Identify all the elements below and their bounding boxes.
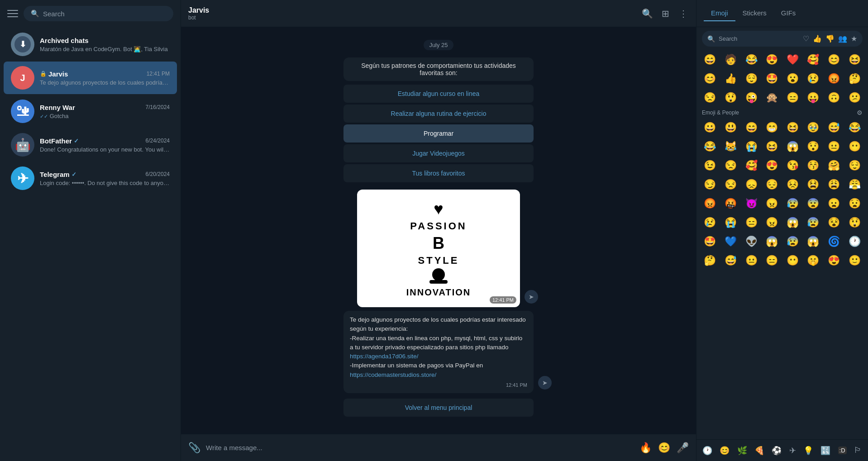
emoji-cell[interactable]: 😃	[721, 120, 741, 135]
tab-emoji[interactable]: Emoji	[704, 5, 735, 21]
emoji-cell[interactable]: 😫	[803, 177, 823, 192]
emoji-cell[interactable]: 😱	[783, 139, 803, 154]
emoji-cell[interactable]: 🥰	[803, 52, 823, 67]
attachment-icon[interactable]: 📎	[188, 442, 200, 454]
emoji-cell[interactable]: 😭	[721, 215, 741, 230]
chat-item-botfather[interactable]: 🤖 BotFather ✓ 6/24/2024 Done! Congratula…	[4, 128, 177, 161]
emoji-cell[interactable]: 😍	[762, 52, 782, 67]
option-btn-5[interactable]: Tus libros favoritos	[343, 164, 534, 182]
emoji-cell[interactable]: 😶	[783, 253, 803, 268]
star-filter-icon[interactable]: ★	[851, 34, 857, 43]
emoji-cell[interactable]: 😮	[783, 71, 803, 86]
symbols-bottom-icon[interactable]: 🔣	[820, 446, 830, 456]
emoji-cell[interactable]: 😒	[721, 158, 741, 173]
emoji-cell[interactable]: 😀	[700, 120, 720, 135]
message-input[interactable]	[206, 444, 634, 451]
emoji-icon[interactable]: 😊	[658, 442, 670, 454]
chat-item-jarvis[interactable]: J 🔒 Jarvis 12:41 PM Te dejo algunos proy…	[4, 62, 177, 94]
emoji-cell[interactable]: 😱	[783, 215, 803, 230]
emoji-cell[interactable]: 😜	[741, 90, 761, 105]
emoji-cell[interactable]: 😆	[844, 52, 864, 67]
emoji-cell[interactable]: 😐	[824, 139, 844, 154]
emoji-cell[interactable]: 😘	[783, 158, 803, 173]
option-btn-1[interactable]: Estudiar algun curso en linea	[343, 85, 534, 103]
emoji-cell[interactable]: 😛	[803, 90, 823, 105]
emoji-cell[interactable]: 😵	[824, 215, 844, 230]
travel-bottom-icon[interactable]: ✈	[789, 446, 796, 456]
emoji-cell[interactable]: 😰	[803, 215, 823, 230]
emoji-cell[interactable]: 🤗	[824, 158, 844, 173]
emoji-cell[interactable]: 😁	[762, 120, 782, 135]
emoji-cell[interactable]: 😑	[741, 215, 761, 230]
emoji-cell[interactable]: 😂	[741, 52, 761, 67]
section-expand-icon[interactable]: ⚙	[857, 109, 863, 116]
thumbsdown-filter-icon[interactable]: 👎	[825, 34, 835, 43]
forward-message-button[interactable]: ➤	[538, 376, 552, 390]
emoji-cell[interactable]: 😆	[783, 120, 803, 135]
emoji-cell[interactable]: 🙂	[844, 253, 864, 268]
emoji-cell[interactable]: 😰	[783, 196, 803, 211]
chat-item-telegram[interactable]: ✈ Telegram ✓ 6/20/2024 Login code: •••••…	[4, 162, 177, 195]
emoji-cell[interactable]: 👽	[741, 234, 761, 249]
food-bottom-icon[interactable]: 🍕	[754, 446, 764, 456]
emoji-search-input[interactable]	[719, 35, 799, 42]
nature-bottom-icon[interactable]: 🌿	[737, 446, 747, 456]
emoji-cell[interactable]: 😒	[700, 90, 720, 105]
people-filter-icon[interactable]: 👥	[838, 34, 847, 43]
emoji-cell[interactable]: 😍	[762, 158, 782, 173]
emoji-cell[interactable]: 😲	[721, 90, 741, 105]
emoji-cell[interactable]: 😤	[844, 177, 864, 192]
emoji-cell[interactable]: 😅	[824, 120, 844, 135]
emoji-cell[interactable]: 😊	[700, 71, 720, 86]
forward-image-button[interactable]: ➤	[525, 290, 538, 304]
emoji-cell[interactable]: 🧑	[721, 52, 741, 67]
emoji-cell[interactable]: 😱	[803, 234, 823, 249]
emoji-cell[interactable]: 😩	[824, 177, 844, 192]
emoji-cell[interactable]: 😄	[700, 52, 720, 67]
emoji-cell[interactable]: 😲	[844, 215, 864, 230]
emoji-cell[interactable]: 😧	[844, 196, 864, 211]
heart-filter-icon[interactable]: ♡	[803, 34, 809, 43]
smiley-bottom-icon[interactable]: 😊	[720, 446, 730, 456]
emoji-cell[interactable]: 🕐	[844, 234, 864, 249]
emoji-cell[interactable]: 😶	[844, 139, 864, 154]
emoji-cell[interactable]: 😞	[741, 177, 761, 192]
emoji-cell[interactable]: 😂	[844, 120, 864, 135]
emoji-cell[interactable]: 😢	[803, 71, 823, 86]
clock-bottom-icon[interactable]: 🕐	[702, 446, 712, 456]
option-btn-3[interactable]: Programar	[343, 124, 534, 143]
emoji-cell[interactable]: 😒	[721, 177, 741, 192]
emoji-cell[interactable]: 😆	[762, 139, 782, 154]
tab-stickers[interactable]: Stickers	[735, 5, 774, 21]
emoji-cell[interactable]: ❤️	[783, 52, 803, 67]
tab-gifs[interactable]: GIFs	[774, 5, 803, 21]
option-btn-2[interactable]: Realizar alguna rutina de ejercicio	[343, 105, 534, 123]
emoji-cell[interactable]: 🤩	[762, 71, 782, 86]
flag-bottom-icon[interactable]: 🏳	[854, 446, 862, 455]
emoji-cell[interactable]: 🤫	[803, 253, 823, 268]
emoji-cell[interactable]: 🥰	[741, 158, 761, 173]
emoji-cell[interactable]: 😌	[844, 158, 864, 173]
emoji-cell[interactable]: 😉	[700, 158, 720, 173]
emoji-cell[interactable]: 😦	[824, 196, 844, 211]
emoji-cell[interactable]: 😢	[700, 215, 720, 230]
chat-item-renny[interactable]: 🏜 Renny War 7/16/2024 ✓✓ Gotcha	[4, 95, 177, 128]
emoji-cell[interactable]: 😹	[721, 139, 741, 154]
search-bar[interactable]: 🔍	[24, 6, 173, 21]
emoji-cell[interactable]: 🙊	[762, 90, 782, 105]
more-options-icon[interactable]: ⋮	[678, 8, 689, 19]
fire-icon[interactable]: 🔥	[639, 442, 652, 454]
emoji-cell[interactable]: 😯	[803, 139, 823, 154]
emoji-cell[interactable]: 💙	[721, 234, 741, 249]
thumbsup-filter-icon[interactable]: 👍	[813, 34, 822, 43]
emoji-cell[interactable]: 😚	[803, 158, 823, 173]
option-btn-4[interactable]: Jugar Videojuegos	[343, 144, 534, 162]
emoji-cell[interactable]: 😕	[844, 90, 864, 105]
activity-bottom-icon[interactable]: ⚽	[772, 446, 782, 456]
emoji-cell[interactable]: 😡	[824, 71, 844, 86]
emoji-cell[interactable]: 🤩	[700, 234, 720, 249]
emoji-cell[interactable]: 😡	[700, 196, 720, 211]
emoji-cell[interactable]: 🥹	[803, 120, 823, 135]
emoji-cell[interactable]: 😱	[762, 234, 782, 249]
archived-chats-item[interactable]: ⬇ Archived chats Maratón de Java en Code…	[4, 28, 177, 61]
